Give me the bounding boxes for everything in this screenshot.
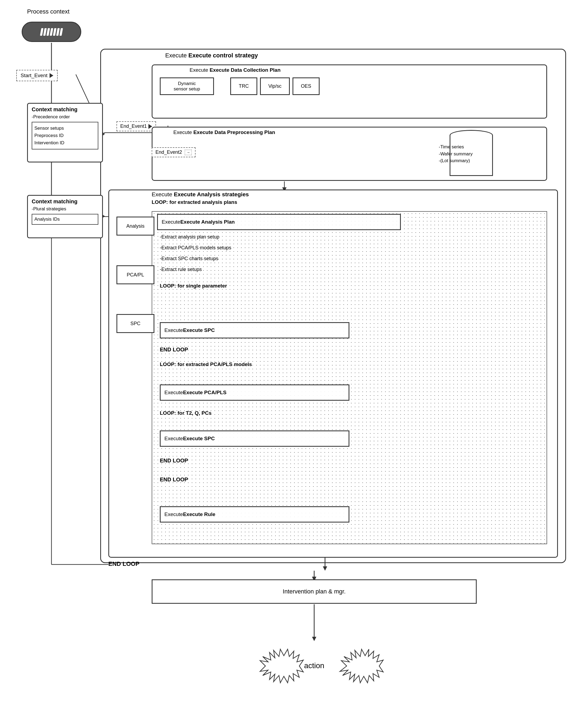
control-strategy-label: Execute Execute control strategy [165,52,258,59]
exec-analysis-plan-box: Execute Execute Analysis Plan [157,214,401,230]
pcapl-tab-box: PCA/PL [117,265,154,284]
context-box2-sub: -Plural strategies [32,206,98,212]
oval-inner [41,28,62,36]
end-loop3-label: END LOOP [160,476,188,483]
process-context-label: Process context [27,8,70,15]
data-collection-label: Execute Execute Data Collection Plan [190,67,280,73]
context-box1-sub: -Precedence order [32,114,98,120]
start-event-box: Start_Event [16,70,58,81]
action-starburst-svg: action [244,639,384,693]
dynamic-sensor-box: Dynamic sensor setup [160,78,214,95]
context-box1-inner: Sensor setups Preprocess ID Intervention… [32,122,98,149]
extract-analysis-plan-text: -Extract analysis plan setup [160,233,219,241]
extract-rule-text: -Extract rule setups [160,265,202,274]
extract-pcapls-text: -Extract PCA/PLS models setups [160,244,231,252]
action-box: action [244,639,384,693]
diagram-container: Process context Start_Event Execute Exec… [0,0,588,728]
context-box2: Context matching -Plural strategies Anal… [27,195,103,238]
context-box1-title: Context matching [32,106,98,113]
exec-rule-box: Execute Execute Rule [160,506,350,522]
end-loop2-label: END LOOP [160,457,188,464]
loop-pcapls-label: LOOP: for extracted PCA/PLS models [160,360,252,369]
loop-single-param-label: LOOP: for single parameter [160,282,227,290]
trc-box: TRC [230,78,257,95]
analysis-tab-box: Analysis [117,217,154,236]
oval-shape [22,22,81,42]
loop-t2-label: LOOP: for T2, Q, PCs [160,409,212,417]
end-event1-box: End_Event1 [117,121,156,131]
svg-text:action: action [304,661,324,670]
vipsc-box: Vip/sc [260,78,290,95]
extract-spc-text: -Extract SPC charts setups [160,255,218,263]
context-box2-title: Context matching [32,198,98,205]
svg-marker-36 [340,649,383,683]
loop-label1: LOOP: for extracted analysis plans [152,199,237,205]
context-box1: Context matching -Precedence order Senso… [27,103,103,163]
svg-marker-24 [323,566,327,571]
oes-box: OES [293,78,320,95]
cylinder-text: -Time series -Wafer summary -(Lot summar… [439,144,472,164]
svg-marker-35 [260,649,303,683]
end-event2-box: End_Event2 → [152,147,195,157]
end-loop-main-label: END LOOP [108,560,140,568]
end-loop1-label: END LOOP [160,346,188,353]
start-event-arrow-icon [49,73,54,78]
exec-spc-box2: Execute Execute SPC [160,430,350,447]
analysis-strategies-label: Execute Execute Analysis strategies [152,191,249,198]
spc-tab-box: SPC [117,314,154,333]
intervention-box: Intervention plan & mgr. [152,579,477,604]
exec-spc-box1: Execute Execute SPC [160,322,350,338]
data-preprocessing-label: Execute Execute Data Preprocessing Plan [173,129,275,135]
context-box2-inner: Analysis IDs [32,214,98,225]
exec-pcapls-box: Execute Execute PCA/PLS [160,384,350,401]
